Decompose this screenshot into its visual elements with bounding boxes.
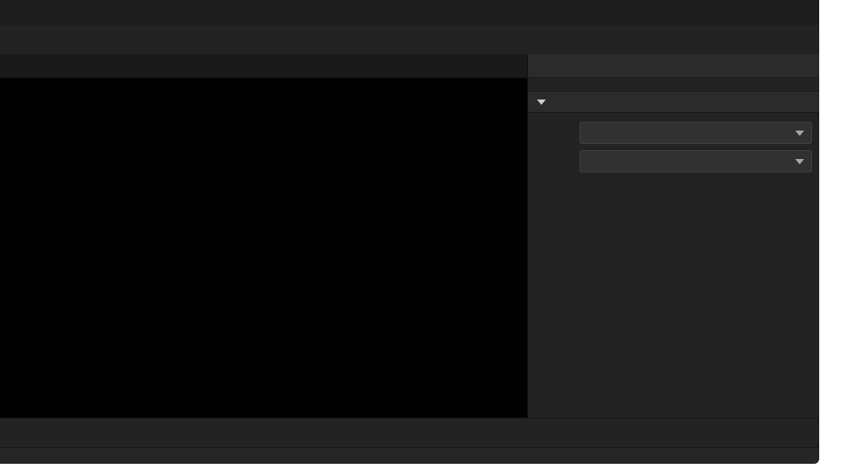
chevron-down-icon <box>795 159 804 164</box>
collapse-triangle-icon <box>537 100 546 105</box>
main-area <box>0 54 819 418</box>
compare-mode-row <box>535 122 812 144</box>
chevron-down-icon <box>795 131 804 136</box>
toolbar <box>0 25 819 54</box>
app-window <box>0 0 819 464</box>
screenshot-frame <box>0 0 868 470</box>
file-list <box>528 78 819 85</box>
compare-time-dropdown[interactable] <box>580 150 812 172</box>
menu-bar <box>0 0 819 25</box>
status-bar <box>0 447 819 464</box>
files-panel <box>527 54 819 418</box>
compare-time-row <box>535 150 812 172</box>
compare-mode-dropdown[interactable] <box>580 122 812 144</box>
compare-section-header[interactable] <box>528 91 819 113</box>
tab-bar <box>0 54 527 78</box>
compare-controls <box>528 113 819 181</box>
viewer-column <box>0 54 527 418</box>
viewport[interactable] <box>0 78 527 418</box>
playback-bar <box>0 418 819 447</box>
files-panel-header <box>528 54 819 78</box>
